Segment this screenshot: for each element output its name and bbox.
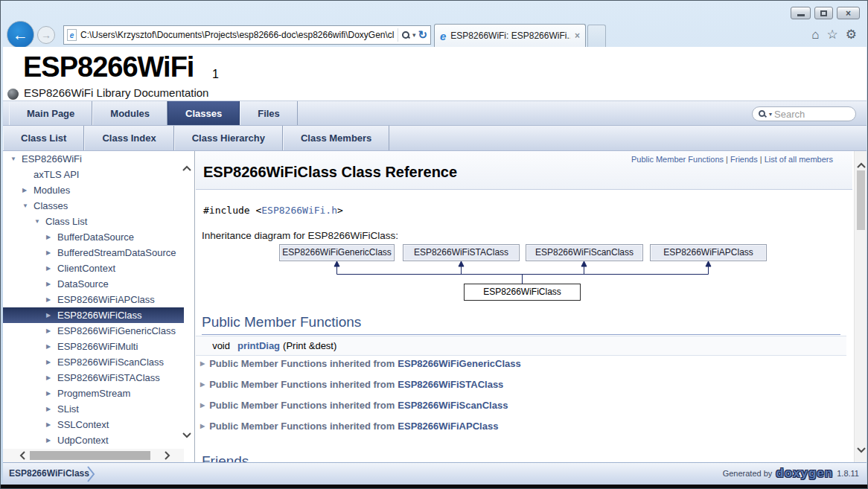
breadcrumb[interactable]: ESP8266WiFiClass [9,468,89,479]
forward-button[interactable]: → [37,26,55,44]
collapse-icon[interactable]: ▼ [34,214,45,229]
include-file-link[interactable]: ESP8266WiFi.h [261,205,337,216]
chrome-icons: ⌂ ☆ ⚙ [811,27,857,43]
sidebar-scroll-up[interactable] [182,162,192,175]
ie-icon: e [440,31,446,42]
doxygen-logo[interactable]: doxygen [776,466,833,481]
expand-icon[interactable]: ▶ [200,381,205,388]
minimize-button[interactable] [791,7,811,19]
favorites-icon[interactable]: ☆ [827,27,838,43]
maximize-button[interactable] [814,7,833,19]
sidebar-item-progmemstream[interactable]: ▶ProgmemStream [3,386,184,401]
inherited-class-link[interactable]: ESP8266WiFiGenericClass [398,358,520,369]
sidebar-item-class-list[interactable]: ▼Class List [3,214,184,229]
expand-icon[interactable]: ▶ [46,370,57,386]
inherited-section-scanclass[interactable]: ▶ Public Member Functions inherited from… [200,397,508,412]
scroll-thumb[interactable] [857,170,865,230]
doxygen-search-box[interactable]: ▾ [752,106,856,121]
inherited-section-apclass[interactable]: ▶ Public Member Functions inherited from… [200,418,498,433]
tab-class-members[interactable]: Class Members [283,126,389,150]
sidebar-item-esp8266wificlass[interactable]: ▶ESP8266WiFiClass [3,307,184,323]
sidebar-item-sslcontext[interactable]: ▶SSLContext [3,417,184,432]
close-button[interactable]: × [837,7,860,19]
diagram-node-apclass[interactable]: ESP8266WiFiAPClass [650,244,767,261]
expand-icon[interactable]: ▶ [46,292,57,307]
expand-icon[interactable]: ▶ [200,423,205,429]
sidebar-item-bufferedstreamdatasource[interactable]: ▶BufferedStreamDataSource [3,245,184,261]
sidebar-item-axtls-api[interactable]: axTLS API [3,167,184,182]
browser-window: × ← → e ▾ ↻ e ESP8266WiFi: ESP8266WiFi..… [0,0,868,489]
tab-main-page[interactable]: Main Page [9,101,92,125]
member-row: void printDiag (Print &dest) [196,336,846,356]
search-icon [759,110,767,118]
tools-icon[interactable]: ⚙ [846,27,857,43]
diagram-node-staclass[interactable]: ESP8266WiFiSTAClass [403,244,520,261]
collapse-icon[interactable]: ▼ [22,198,33,214]
member-name-link[interactable]: printDiag [237,340,280,351]
sidebar-item-udpcontext[interactable]: ▶UdpContext [3,432,184,448]
diagram-node-scanclass[interactable]: ESP8266WiFiScanClass [526,244,643,261]
sidebar-item-classes[interactable]: ▼Classes [3,198,184,214]
sidebar-item-esp8266wifi[interactable]: ▼ESP8266WiFi [3,151,184,167]
expand-icon[interactable]: ▶ [46,229,57,245]
inherited-class-link[interactable]: ESP8266WiFiScanClass [398,400,508,411]
expand-icon[interactable]: ▶ [46,354,57,370]
inherited-section-staclass[interactable]: ▶ Public Member Functions inherited from… [200,377,503,391]
inherited-class-link[interactable]: ESP8266WiFiAPClass [398,421,498,432]
expand-icon[interactable]: ▶ [46,432,57,448]
expand-icon[interactable]: ▶ [46,339,57,354]
search-input[interactable] [774,109,849,120]
sidebar-item-esp8266wifiapclass[interactable]: ▶ESP8266WiFiAPClass [3,292,184,307]
summary-link-all-members[interactable]: List of all members [765,155,833,164]
tab-classes[interactable]: Classes [167,101,240,125]
refresh-icon[interactable]: ↻ [418,28,427,42]
sidebar-item-datasource[interactable]: ▶DataSource [3,276,184,292]
expand-icon[interactable]: ▶ [46,307,57,323]
sidebar-horizontal-scrollbar[interactable] [3,449,184,462]
sidebar-item-bufferdatasource[interactable]: ▶BufferDataSource [3,229,184,245]
sidebar-item-slist[interactable]: ▶SList [3,401,184,417]
back-button[interactable]: ← [7,21,34,48]
sidebar-item-modules[interactable]: ▶Modules [3,182,184,198]
expand-icon[interactable]: ▶ [200,402,205,409]
sidebar-item-esp8266wifistaclass[interactable]: ▶ESP8266WiFiSTAClass [3,370,184,386]
summary-link-public-members[interactable]: Public Member Functions [631,155,724,164]
inherited-class-link[interactable]: ESP8266WiFiSTAClass [398,379,503,390]
tab-class-list[interactable]: Class List [3,126,84,150]
expand-icon[interactable]: ▶ [46,245,57,261]
tab-class-index[interactable]: Class Index [84,126,173,150]
diagram-node-genericclass[interactable]: ESP8266WiFiGenericClass [279,244,395,261]
collapse-icon[interactable]: ▼ [10,151,21,167]
search-dropdown-icon[interactable]: ▾ [769,111,772,118]
sidebar-scroll-down[interactable] [182,428,192,441]
browser-tab[interactable]: e ESP8266WiFi: ESP8266WiFi... × [434,24,586,47]
sidebar-item-esp8266wifiscanclass[interactable]: ▶ESP8266WiFiScanClass [3,354,184,370]
expand-icon[interactable]: ▶ [22,182,33,198]
tab-modules[interactable]: Modules [92,101,167,125]
expand-icon[interactable]: ▶ [46,261,57,276]
expand-icon[interactable]: ▶ [46,276,57,292]
sidebar-item-clientcontext[interactable]: ▶ClientContext [3,261,184,276]
sidebar-item-esp8266wifimulti[interactable]: ▶ESP8266WiFiMulti [3,339,184,354]
expand-icon[interactable]: ▶ [46,401,57,417]
expand-icon[interactable]: ▶ [200,360,205,367]
search-icon[interactable] [401,31,410,39]
horizontal-scroll-thumb[interactable] [30,451,150,460]
tab-close-icon[interactable]: × [575,31,580,41]
tab-files[interactable]: Files [240,101,298,125]
inherited-section-genericclass[interactable]: ▶ Public Member Functions inherited from… [200,356,521,371]
new-tab-button[interactable] [587,25,606,47]
address-input[interactable] [80,30,398,40]
expand-icon[interactable]: ▶ [46,386,57,401]
search-dropdown-icon[interactable]: ▾ [412,31,416,39]
expand-icon[interactable]: ▶ [46,417,57,432]
content-scrollbar[interactable] [854,151,867,462]
sidebar-item-esp8266wifigenericclass[interactable]: ▶ESP8266WiFiGenericClass [3,323,184,339]
address-bar[interactable]: e ▾ ↻ [63,25,431,45]
summary-link-friends[interactable]: Friends [730,155,758,164]
home-icon[interactable]: ⌂ [811,27,819,43]
title-bar[interactable]: × [1,1,867,23]
scroll-down-icon[interactable] [856,443,867,456]
expand-icon[interactable]: ▶ [46,323,57,339]
tab-class-hierarchy[interactable]: Class Hierarchy [174,126,283,150]
